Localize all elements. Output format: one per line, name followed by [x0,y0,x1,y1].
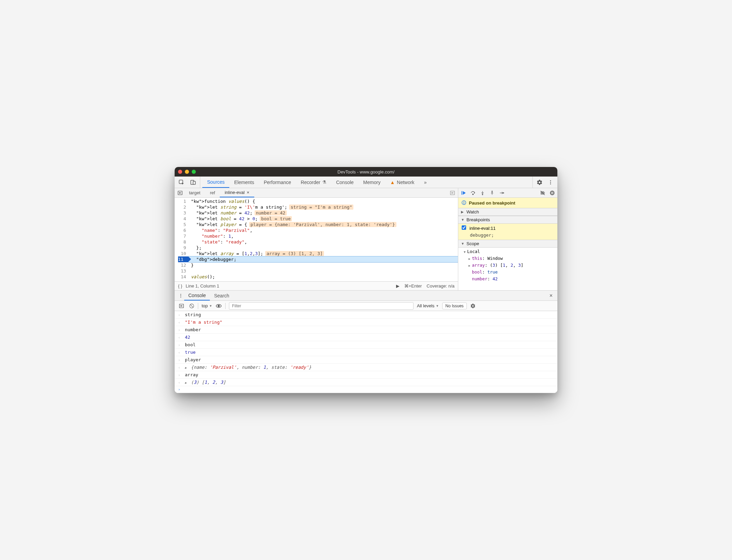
device-toolbar-icon[interactable] [190,179,196,186]
line-number[interactable]: 9 [178,245,186,251]
panel-tab-network[interactable]: ▲Network [385,177,419,188]
line-number[interactable]: 13 [178,268,186,274]
breakpoint-item[interactable]: inline-eval:11 debugger; [458,224,557,240]
console-row[interactable]: ‹true [175,349,557,356]
section-scope[interactable]: ▼Scope [458,240,557,248]
console-toolbar: top▼ All levels▼ No Issues [175,301,557,311]
context-selector[interactable]: top▼ [202,303,212,308]
scope-variable[interactable]: ▶this: Window [466,255,557,262]
log-levels-selector[interactable]: All levels▼ [417,303,439,308]
console-row[interactable]: ‹42 [175,334,557,341]
code-line[interactable]: "kw">let number = 42;number = 42 [188,210,458,216]
code-line[interactable]: "dbg">debugger; [188,256,458,263]
output-marker-icon: ‹ [178,365,182,370]
drawer-tab-search[interactable]: Search [210,291,233,300]
console-settings-icon[interactable] [470,303,476,309]
panel-tab-sources[interactable]: Sources [202,177,229,188]
console-row[interactable]: ‹"I'm a string" [175,319,557,326]
console-row[interactable]: ›bool [175,341,557,349]
line-number[interactable]: 8 [178,239,186,245]
scope-variable[interactable]: bool: true [466,269,557,276]
pretty-print-icon[interactable]: { } [178,283,182,289]
drawer-menu-icon[interactable] [177,293,184,298]
drawer-tab-console[interactable]: Console [184,291,210,300]
console-row[interactable]: ›number [175,326,557,334]
code-line[interactable]: "name": "Parzival", [188,227,458,233]
console-row[interactable]: ›player [175,356,557,364]
section-watch[interactable]: ▶Watch [458,208,557,216]
console-output[interactable]: ›string‹"I'm a string"›number‹42›bool‹tr… [175,311,557,393]
line-number[interactable]: 10 [178,251,186,256]
console-row[interactable]: ›array [175,371,557,379]
filter-input[interactable] [229,302,414,310]
code-line[interactable]: "number": 1, [188,233,458,239]
line-number[interactable]: 1 [178,198,186,204]
minimize-window-button[interactable] [185,170,189,174]
maximize-window-button[interactable] [192,170,196,174]
close-tab-icon[interactable]: × [247,190,249,195]
resume-icon[interactable] [460,190,466,196]
file-tab-ref[interactable]: ref [205,188,220,197]
line-number[interactable]: 4 [178,216,186,222]
code-line[interactable]: } [188,262,458,268]
panel-tab-elements[interactable]: Elements [229,177,259,188]
line-number[interactable]: 5 [178,222,186,227]
code-line[interactable]: "kw">let string = 'I\'m a string';string… [188,204,458,210]
step-icon[interactable] [499,190,505,196]
console-row[interactable]: ›string [175,311,557,319]
navigator-toggle-icon[interactable] [176,190,184,196]
panel-tab-memory[interactable]: Memory [358,177,385,188]
more-menu-icon[interactable] [547,179,554,186]
svg-point-21 [180,296,181,297]
panel-tab-performance[interactable]: Performance [259,177,296,188]
line-number[interactable]: 3 [178,210,186,216]
overflow-tabs-icon[interactable]: » [419,177,432,188]
code-editor[interactable]: 1234567891011121314 "kw">function values… [175,198,458,281]
panel-tab-console[interactable]: Console [331,177,358,188]
scope-variable[interactable]: number: 42 [466,276,557,282]
run-snippet-icon[interactable]: ▶ [396,283,399,289]
code-line[interactable]: "kw">let bool = 42 > 0;bool = true [188,216,458,222]
line-number[interactable]: 11 [178,256,188,262]
code-line[interactable]: "kw">let player = {player = {name: 'Parz… [188,222,458,227]
console-row[interactable]: ‹▶ (3) [1, 2, 3] [175,379,557,386]
breakpoint-label: inline-eval:11 [470,226,496,231]
line-number[interactable]: 12 [178,262,186,268]
drawer-close-icon[interactable]: × [547,293,555,299]
code-line[interactable]: "kw">let array = [1,2,3];array = (3) [1,… [188,251,458,256]
line-number[interactable]: 14 [178,274,186,280]
inline-value: number = 42 [255,210,287,215]
live-expression-icon[interactable] [216,304,222,308]
clear-console-icon[interactable] [189,303,194,309]
code-line[interactable]: values(); [188,274,458,280]
issues-button[interactable]: No Issues [442,303,466,309]
breakpoint-checkbox[interactable] [462,225,466,230]
line-number[interactable]: 6 [178,227,186,233]
output-marker-icon: ‹ [178,335,182,340]
code-line[interactable]: }; [188,245,458,251]
pause-on-exceptions-icon[interactable] [549,190,555,196]
deactivate-breakpoints-icon[interactable] [540,190,546,196]
console-sidebar-toggle-icon[interactable] [177,303,186,309]
panel-tab-recorder[interactable]: Recorder⚗ [296,177,331,188]
code-line[interactable] [188,268,458,274]
console-row[interactable]: ‹▶ {name: 'Parzival', number: 1, state: … [175,364,557,371]
code-line[interactable]: "kw">function values() { [188,198,458,204]
line-number[interactable]: 2 [178,204,186,210]
line-number[interactable]: 7 [178,233,186,239]
section-breakpoints[interactable]: ▼Breakpoints [458,216,557,224]
file-tab-inline-eval[interactable]: inline-eval× [220,188,254,197]
step-into-icon[interactable] [479,190,486,196]
code-line[interactable]: "state": "ready", [188,239,458,245]
step-out-icon[interactable] [489,190,495,196]
file-tab-target[interactable]: target [184,188,205,197]
debugger-toggle-icon[interactable] [448,190,457,196]
input-marker-icon: › [178,328,182,332]
close-window-button[interactable] [178,170,182,174]
inspect-element-icon[interactable] [178,179,185,186]
step-over-icon[interactable] [470,190,476,196]
scope-group[interactable]: ▼Local [461,248,557,255]
settings-icon[interactable] [536,179,543,186]
console-prompt[interactable]: › [175,386,557,393]
scope-variable[interactable]: ▶array: (3) [1, 2, 3] [466,262,557,269]
